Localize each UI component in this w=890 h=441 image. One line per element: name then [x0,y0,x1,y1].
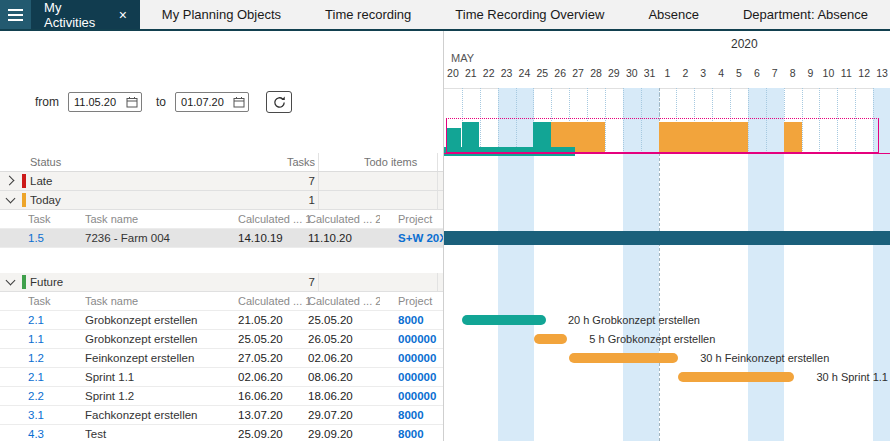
sub-header-calculated-2[interactable]: Calculated ... 2▲ [308,210,380,229]
day-label: 12 [855,67,873,83]
project-link[interactable]: 000000 [398,368,443,387]
task-name: Fachkonzept erstellen [85,406,237,425]
status-color-bar [22,174,26,188]
task-row[interactable]: 2.1Sprint 1.102.06.2008.06.20000000 [0,368,443,387]
day-label: 5 [730,67,748,83]
task-row[interactable]: 1.1Grobkonzept erstellen25.05.2026.05.20… [0,330,443,349]
group-label: Future [30,273,160,292]
summary-bar[interactable] [444,231,890,245]
tab-time-recording-overview[interactable]: Time Recording Overview [433,7,626,22]
gantt-year-label: 2020 [731,37,758,51]
calculated-date-1: 02.06.20 [238,368,304,387]
task-name: Sprint 1.1 [85,368,237,387]
sub-header-calculated-2[interactable]: Calculated ... 2▲ [308,292,380,311]
gantt-bar-label: 5 h Grobkonzept erstellen [589,333,715,345]
to-label: to [156,95,166,109]
sub-header-calculated-1[interactable]: Calculated ... 1▲ [238,210,310,229]
tab-time-recording[interactable]: Time recording [303,7,433,22]
task-row[interactable]: 1.2Feinkonzept erstellen27.05.2002.06.20… [0,349,443,368]
day-label: 7 [766,67,784,83]
project-link[interactable]: 000000 [398,387,443,406]
capacity-outline [446,118,879,153]
task-number-link[interactable]: 2.2 [28,387,78,406]
calculated-date-1: 13.07.20 [238,406,304,425]
status-color-bar [22,275,26,289]
status-color-bar [22,193,26,207]
project-link[interactable]: 8000 [398,311,443,330]
group-label: Late [30,172,160,191]
day-label: 11 [837,67,855,83]
tab-department-absence[interactable]: Department: Absence [721,7,890,22]
refresh-button[interactable] [266,91,292,113]
gantt-task-bar[interactable] [569,353,678,363]
day-label: 4 [712,67,730,83]
project-link[interactable]: 000000 [398,349,443,368]
group-row-today[interactable]: Today1 [0,191,443,210]
gantt-bar-label: 20 h Grobkonzept erstellen [568,314,700,326]
date-to-field [175,92,249,112]
capacity-line [444,153,890,154]
task-number-link[interactable]: 1.5 [28,229,78,248]
gantt-task-bar[interactable] [678,372,794,382]
task-row[interactable]: 3.1Fachkonzept erstellen13.07.2029.07.20… [0,406,443,425]
task-number-link[interactable]: 3.1 [28,406,78,425]
calendar-icon[interactable] [233,96,245,108]
column-header-status: Status [30,153,110,172]
gantt-task-bar[interactable] [462,315,546,325]
day-label: 23 [498,67,516,83]
gantt-chart: 2020 MAY 2021222324252627282930311234567… [443,31,890,441]
collapse-icon[interactable] [6,276,16,286]
task-number-link[interactable]: 2.1 [28,311,78,330]
project-link[interactable]: 8000 [398,406,443,425]
expand-icon[interactable] [5,176,15,186]
date-filter: from to [35,91,292,113]
task-number-link[interactable]: 4.3 [28,425,78,441]
project-link[interactable]: 000000 [398,330,443,349]
tab-bar: My Activities × My Planning ObjectsTime … [0,0,890,31]
refresh-icon [272,95,287,110]
project-link[interactable]: 8000 [398,425,443,441]
day-label: 22 [480,67,498,83]
day-label: 6 [748,67,766,83]
day-label: 8 [784,67,802,83]
task-number-link[interactable]: 1.2 [28,349,78,368]
group-row-future[interactable]: Future7 [0,273,443,292]
calendar-icon[interactable] [126,96,138,108]
task-row[interactable]: 2.2Sprint 1.216.06.2018.06.20000000 [0,387,443,406]
task-number-link[interactable]: 2.1 [28,368,78,387]
task-number-link[interactable]: 1.1 [28,330,78,349]
task-name: Feinkonzept erstellen [85,349,237,368]
group-task-count: 1 [240,191,315,210]
calculated-date-2: 02.06.20 [308,349,374,368]
task-name: Sprint 1.2 [85,387,237,406]
task-row[interactable]: 1.57236 - Farm 00414.10.1911.10.20S+W 20… [0,229,443,248]
group-task-count: 7 [240,172,315,191]
close-icon[interactable]: × [119,8,127,22]
task-table: StatusTasksTodo itemsLate7Today1TaskTask… [0,153,443,441]
day-label: 30 [623,67,641,83]
day-label: 25 [533,67,551,83]
gantt-month-label: MAY [451,52,474,64]
task-row[interactable]: 2.1Grobkonzept erstellen21.05.2025.05.20… [0,311,443,330]
calculated-date-1: 16.06.20 [238,387,304,406]
sub-header-task: Task [28,210,78,229]
menu-button[interactable] [0,0,31,29]
sub-header-calculated-1[interactable]: Calculated ... 1▲ [238,292,310,311]
project-link[interactable]: S+W 20X [398,229,443,248]
group-task-count: 7 [240,273,315,292]
sub-header-task: Task [28,292,78,311]
sub-header-project: Project [398,292,442,311]
task-name: Grobkonzept erstellen [85,330,237,349]
task-row[interactable]: 4.3Test25.09.2029.09.208000 [0,425,443,441]
collapse-icon[interactable] [6,194,16,204]
day-label: 31 [641,67,659,83]
calculated-date-2: 18.06.20 [308,387,374,406]
tab-my-planning-objects[interactable]: My Planning Objects [140,7,303,22]
calculated-date-1: 14.10.19 [238,229,304,248]
gantt-task-bar[interactable] [534,334,567,344]
calculated-date-1: 27.05.20 [238,349,304,368]
tab-my-activities[interactable]: My Activities × [31,0,140,29]
tab-absence[interactable]: Absence [626,7,721,22]
group-row-late[interactable]: Late7 [0,172,443,191]
hamburger-icon [8,9,23,21]
